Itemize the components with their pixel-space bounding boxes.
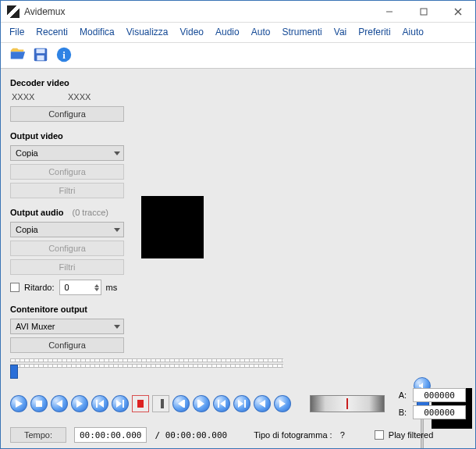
app-title: Avidemux xyxy=(24,6,65,17)
svg-marker-11 xyxy=(56,400,62,408)
svg-rect-10 xyxy=(36,401,42,407)
decoder-val1: XXXX xyxy=(12,92,43,102)
marker-b-label: B: xyxy=(399,408,407,417)
audio-filters-button[interactable]: Filtri xyxy=(10,259,124,275)
menu-strumenti[interactable]: Strumenti xyxy=(276,25,327,39)
svg-rect-5 xyxy=(37,49,45,53)
time-current[interactable]: 00:00:00.000 xyxy=(74,427,147,443)
next-keyframe-button[interactable] xyxy=(112,395,129,412)
svg-marker-18 xyxy=(178,400,183,408)
titlebar: Avidemux xyxy=(1,1,475,23)
svg-marker-14 xyxy=(98,400,104,408)
stop-button[interactable] xyxy=(30,395,48,412)
close-button[interactable] xyxy=(441,1,475,23)
output-audio-header: Output audio (0 tracce) xyxy=(10,208,141,217)
delay-value: 0 xyxy=(65,283,69,292)
time-button[interactable]: Tempo: xyxy=(10,427,66,443)
decoder-val2: XXXX xyxy=(68,92,99,102)
svg-rect-13 xyxy=(96,400,98,408)
decoder-header: Decoder video xyxy=(10,78,141,87)
play-filtered-checkbox[interactable]: Play filtered xyxy=(375,430,433,440)
checkbox-box xyxy=(375,430,384,440)
set-marker-a-button[interactable] xyxy=(132,395,149,412)
audio-codec-combo[interactable]: Copia xyxy=(10,222,124,237)
audio-tracks-note: (0 tracce) xyxy=(73,208,108,217)
transport-bar: A: 000000 B: 000000 xyxy=(10,388,466,419)
marker-a-value: 000000 xyxy=(413,388,466,402)
bottom-area: A: 000000 B: 000000 Tempo: 00:00:00.000 … xyxy=(10,357,466,443)
delay-checkbox[interactable]: Ritardo: xyxy=(10,283,55,292)
svg-marker-9 xyxy=(16,400,23,408)
info-icon[interactable]: i xyxy=(55,46,73,63)
menu-modifica[interactable]: Modifica xyxy=(74,25,120,39)
output-video-header: Output video xyxy=(10,131,141,141)
next-frame-button[interactable] xyxy=(71,395,88,412)
prev-keyframe-button[interactable] xyxy=(91,395,108,412)
svg-rect-22 xyxy=(218,400,219,408)
prev-frame-button[interactable] xyxy=(51,395,68,412)
delay-spin[interactable]: 0 xyxy=(59,280,101,295)
svg-rect-16 xyxy=(123,400,124,408)
menu-visualizza[interactable]: Visualizza xyxy=(121,25,174,39)
output-audio-section: Output audio (0 tracce) Copia Configura … xyxy=(10,208,141,295)
menubar: File Recenti Modifica Visualizza Video A… xyxy=(1,23,475,43)
goto-marker-a-button[interactable] xyxy=(254,395,271,412)
svg-marker-26 xyxy=(259,400,265,408)
svg-marker-27 xyxy=(279,400,286,408)
svg-marker-23 xyxy=(220,400,226,408)
goto-marker-b-button[interactable] xyxy=(274,395,291,412)
menu-file[interactable]: File xyxy=(4,25,30,39)
video-codec-combo[interactable]: Copia xyxy=(10,145,124,161)
checkbox-box xyxy=(10,283,20,292)
decoder-configure-button[interactable]: Configura xyxy=(10,106,124,122)
maximize-button[interactable] xyxy=(407,1,441,23)
menu-vai[interactable]: Vai xyxy=(329,25,352,39)
marker-b-value: 000000 xyxy=(413,405,466,419)
muxer-combo[interactable]: AVI Muxer xyxy=(10,319,124,334)
save-icon[interactable] xyxy=(32,46,49,63)
svg-rect-25 xyxy=(244,400,246,408)
svg-rect-6 xyxy=(37,55,44,60)
goto-start-button[interactable] xyxy=(213,395,230,412)
delay-label: Ritardo: xyxy=(24,283,55,292)
muxer-value: AVI Muxer xyxy=(16,322,55,331)
container-section: Contenitore output AVI Muxer Configura xyxy=(10,305,141,353)
chevron-down-icon xyxy=(114,151,120,155)
prev-black-frame-button[interactable] xyxy=(172,395,190,412)
menu-preferiti[interactable]: Preferiti xyxy=(353,25,396,39)
svg-rect-19 xyxy=(183,400,185,408)
delay-unit: ms xyxy=(106,283,118,292)
menu-audio[interactable]: Audio xyxy=(210,25,245,39)
menu-video[interactable]: Video xyxy=(175,25,209,39)
spin-up-icon[interactable] xyxy=(94,284,99,287)
open-file-icon[interactable] xyxy=(9,46,26,63)
set-marker-b-button[interactable] xyxy=(152,395,169,412)
toolbar: i xyxy=(1,43,475,69)
app-icon xyxy=(7,5,20,18)
video-filters-button[interactable]: Filtri xyxy=(10,183,124,198)
svg-marker-12 xyxy=(76,400,83,408)
timeline-playhead[interactable] xyxy=(10,365,18,379)
minimize-button[interactable] xyxy=(372,1,407,23)
svg-marker-15 xyxy=(116,400,122,408)
audio-configure-button[interactable]: Configura xyxy=(10,241,124,256)
svg-text:i: i xyxy=(62,50,66,61)
frame-type-label: Tipo di fotogramma : xyxy=(254,430,332,440)
menu-recenti[interactable]: Recenti xyxy=(30,25,73,39)
output-video-section: Output video Copia Configura Filtri xyxy=(10,131,141,198)
spin-down-icon[interactable] xyxy=(94,288,99,291)
next-black-frame-button[interactable] xyxy=(193,395,210,412)
audio-codec-value: Copia xyxy=(16,225,38,234)
menu-aiuto[interactable]: Aiuto xyxy=(397,25,429,39)
frame-type-value: ? xyxy=(340,430,345,440)
timeline[interactable] xyxy=(10,358,283,382)
decoder-section: Decoder video XXXX XXXX Configura xyxy=(10,78,141,122)
video-configure-button[interactable]: Configura xyxy=(10,164,124,180)
video-preview xyxy=(141,196,204,258)
nav-wheel[interactable] xyxy=(310,395,385,412)
menu-auto[interactable]: Auto xyxy=(246,25,276,39)
muxer-configure-button[interactable]: Configura xyxy=(10,337,124,353)
svg-rect-17 xyxy=(161,399,164,408)
play-button[interactable] xyxy=(10,395,27,412)
goto-end-button[interactable] xyxy=(233,395,250,412)
